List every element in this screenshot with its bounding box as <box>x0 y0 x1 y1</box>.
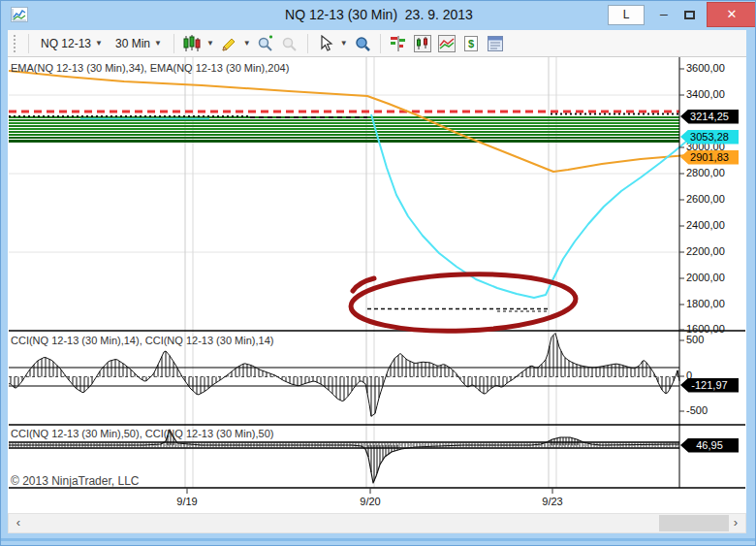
chevron-down-icon[interactable]: ▼ <box>206 39 214 48</box>
price-axis-tick: 3600,00 <box>686 62 725 74</box>
minimize-button[interactable]: – <box>652 5 676 25</box>
separator <box>307 34 308 53</box>
chart-window-icon[interactable] <box>413 34 432 53</box>
ema-indicator-label: EMA(NQ 12-13 (30 Min),34), EMA(NQ 12-13 … <box>11 62 289 74</box>
time-axis-label: 9/20 <box>360 496 380 507</box>
chart-canvas[interactable] <box>8 57 746 513</box>
time-axis-label: 9/19 <box>176 496 197 507</box>
separator <box>173 34 174 53</box>
price-marker-tag: -121,97 <box>680 378 739 393</box>
time-axis-label: 9/23 <box>542 496 562 507</box>
data-box-icon[interactable] <box>353 34 372 53</box>
cci50-indicator-label: CCI(NQ 12-13 (30 Min),50), CCI(NQ 12-13 … <box>11 428 273 439</box>
chart-style-candlestick-icon[interactable] <box>182 34 202 53</box>
scrollbar-thumb[interactable] <box>659 515 729 531</box>
drawing-tools-pencil-icon[interactable] <box>219 34 238 53</box>
maximize-button[interactable] <box>677 5 701 25</box>
chevron-down-icon[interactable]: ▼ <box>340 39 348 48</box>
cursor-icon[interactable] <box>316 34 335 53</box>
price-axis-tick: 2800,00 <box>686 167 725 178</box>
window-frame-accent <box>1 538 756 541</box>
chevron-down-icon[interactable]: ▼ <box>243 39 251 48</box>
price-axis-tick: 2000,00 <box>686 272 725 283</box>
price-axis-tick: 3400,00 <box>686 88 725 100</box>
interval-selector[interactable]: 30 Min▼ <box>111 35 166 52</box>
price-axis-tick: 2600,00 <box>686 193 725 205</box>
price-axis-tick: 2200,00 <box>686 245 725 257</box>
instrument-selector[interactable]: NQ 12-13▼ <box>37 35 107 52</box>
separator <box>28 34 29 53</box>
time-scrollbar[interactable]: ‹ › <box>8 513 746 533</box>
price-marker-tag: 46,95 <box>680 438 739 453</box>
chevron-down-icon: ▼ <box>95 39 103 48</box>
market-depth-icon[interactable] <box>389 34 408 53</box>
price-axis-tick: 2400,00 <box>686 219 725 231</box>
ninjatrader-chart-window: NQ 12-13 (30 Min) 23. 9. 2013 L – ✕ NQ 1… <box>0 0 756 546</box>
svg-text:$: $ <box>468 38 474 49</box>
account-dollar-icon[interactable]: $ <box>461 34 481 53</box>
title-bar[interactable]: NQ 12-13 (30 Min) 23. 9. 2013 L – ✕ <box>1 1 756 30</box>
order-grid-icon[interactable] <box>486 34 505 53</box>
price-axis-tick: 1800,00 <box>686 298 725 309</box>
link-button[interactable]: L <box>608 5 645 25</box>
cci14-indicator-label: CCI(NQ 12-13 (30 Min),14), CCI(NQ 12-13 … <box>11 335 273 346</box>
chart-area[interactable]: EMA(NQ 12-13 (30 Min),34), EMA(NQ 12-13 … <box>8 57 746 513</box>
price-marker-tag: 2901,83 <box>680 150 739 165</box>
separator <box>380 34 381 53</box>
price-marker-tag: 3053,28 <box>680 130 739 145</box>
close-button[interactable]: ✕ <box>707 2 756 27</box>
cci-axis-tick: -500 <box>686 404 708 416</box>
chart-toolbar: NQ 12-13▼ 30 Min▼ ▼ ▼ <box>8 30 746 57</box>
zoom-in-icon[interactable] <box>256 34 275 53</box>
scroll-left-button[interactable]: ‹ <box>9 514 28 532</box>
zoom-out-icon <box>280 34 299 53</box>
copyright-text: © 2013 NinjaTrader, LLC <box>11 474 139 488</box>
cci-axis-tick: 500 <box>686 334 704 345</box>
toolbar-grip[interactable] <box>14 35 18 52</box>
scroll-right-button[interactable]: › <box>726 514 745 532</box>
line-chart-icon[interactable] <box>437 34 457 53</box>
chevron-down-icon: ▼ <box>154 39 162 48</box>
price-marker-tag: 3214,25 <box>680 110 739 124</box>
